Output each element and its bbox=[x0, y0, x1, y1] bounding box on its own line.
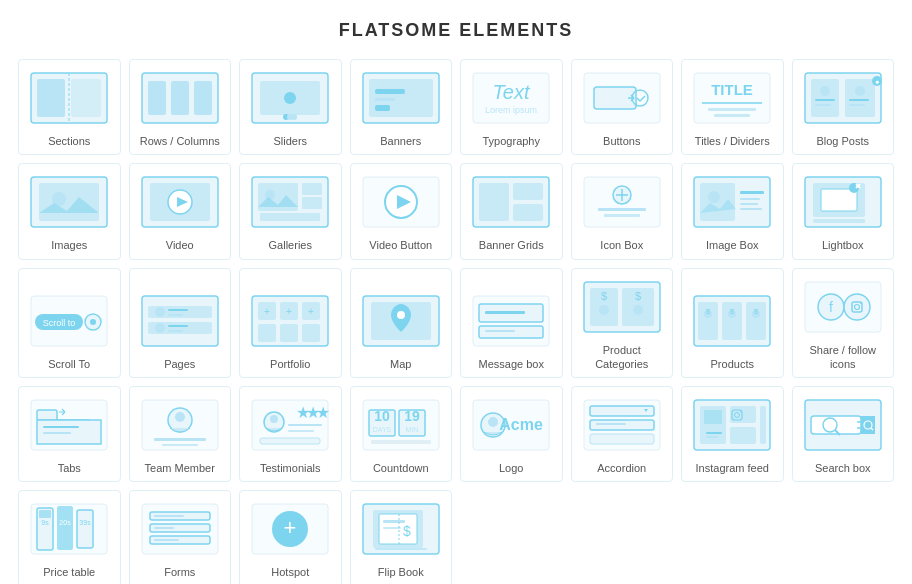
item-pages[interactable]: Pages bbox=[129, 268, 232, 379]
portfolio-icon: + + + bbox=[246, 291, 334, 351]
item-accordion[interactable]: Accordion bbox=[571, 386, 674, 482]
item-image-box[interactable]: Image Box bbox=[681, 163, 784, 259]
item-banner-grids[interactable]: Banner Grids bbox=[460, 163, 563, 259]
scroll-to-label: Scroll To bbox=[48, 357, 90, 371]
products-label: Products bbox=[711, 357, 754, 371]
svg-rect-216 bbox=[375, 548, 427, 550]
item-buttons[interactable]: Buttons bbox=[571, 59, 674, 155]
item-flip-book[interactable]: $ Flip Book bbox=[350, 490, 453, 584]
galleries-icon bbox=[246, 172, 334, 232]
svg-point-116 bbox=[599, 305, 609, 315]
item-video[interactable]: Video bbox=[129, 163, 232, 259]
logo-label: Logo bbox=[499, 461, 523, 475]
item-share-follow[interactable]: f Share / follow icons bbox=[792, 268, 895, 379]
item-search-box[interactable]: Search box bbox=[792, 386, 895, 482]
svg-point-85 bbox=[90, 319, 96, 325]
item-message-box[interactable]: Message box bbox=[460, 268, 563, 379]
svg-point-107 bbox=[397, 311, 405, 319]
item-team-member[interactable]: Team Member bbox=[129, 386, 232, 482]
svg-rect-138 bbox=[37, 410, 57, 420]
item-forms[interactable]: Forms bbox=[129, 490, 232, 584]
item-sliders[interactable]: Sliders bbox=[239, 59, 342, 155]
galleries-label: Galleries bbox=[269, 238, 312, 252]
item-countdown[interactable]: 10 DAYS 19 MIN Countdown bbox=[350, 386, 453, 482]
svg-text:+: + bbox=[284, 515, 297, 540]
item-scroll-to[interactable]: Scroll to Scroll To bbox=[18, 268, 121, 379]
portfolio-label: Portfolio bbox=[270, 357, 310, 371]
item-portfolio[interactable]: + + + Portfolio bbox=[239, 268, 342, 379]
item-product-categories[interactable]: $ $ Product Categories bbox=[571, 268, 674, 379]
svg-point-92 bbox=[155, 323, 165, 333]
svg-point-69 bbox=[708, 191, 720, 203]
svg-text:Acme: Acme bbox=[499, 416, 543, 433]
svg-rect-103 bbox=[280, 324, 298, 342]
images-label: Images bbox=[51, 238, 87, 252]
item-icon-box[interactable]: Icon Box bbox=[571, 163, 674, 259]
svg-text:$: $ bbox=[706, 307, 711, 316]
svg-rect-112 bbox=[485, 330, 515, 332]
price-table-label: Price table bbox=[43, 565, 95, 579]
item-hotspot[interactable]: + Hotspot bbox=[239, 490, 342, 584]
image-box-label: Image Box bbox=[706, 238, 759, 252]
svg-rect-52 bbox=[302, 197, 322, 209]
svg-rect-179 bbox=[706, 432, 722, 434]
forms-icon bbox=[136, 499, 224, 559]
countdown-label: Countdown bbox=[373, 461, 429, 475]
item-map[interactable]: Map bbox=[350, 268, 453, 379]
item-typography[interactable]: Text Lorem ipsum Typography bbox=[460, 59, 563, 155]
message-box-label: Message box bbox=[479, 357, 544, 371]
sliders-label: Sliders bbox=[273, 134, 307, 148]
svg-text:f: f bbox=[829, 299, 833, 315]
image-box-icon bbox=[688, 172, 776, 232]
titles-dividers-label: Titles / Dividers bbox=[695, 134, 770, 148]
svg-point-32 bbox=[820, 86, 830, 96]
svg-rect-155 bbox=[260, 438, 320, 444]
svg-text:+: + bbox=[264, 306, 270, 317]
svg-rect-6 bbox=[171, 81, 189, 115]
item-banners[interactable]: Banners bbox=[350, 59, 453, 155]
item-tabs[interactable]: Tabs bbox=[18, 386, 121, 482]
svg-rect-31 bbox=[811, 79, 839, 117]
svg-rect-197 bbox=[77, 510, 93, 548]
instagram-feed-label: Instagram feed bbox=[696, 461, 769, 475]
svg-rect-212 bbox=[383, 520, 405, 523]
item-galleries[interactable]: Galleries bbox=[239, 163, 342, 259]
item-instagram-feed[interactable]: Instagram feed bbox=[681, 386, 784, 482]
svg-rect-204 bbox=[154, 527, 174, 529]
accordion-label: Accordion bbox=[597, 461, 646, 475]
scroll-to-icon: Scroll to bbox=[25, 291, 113, 351]
svg-text:$: $ bbox=[754, 307, 759, 316]
item-sections[interactable]: Sections bbox=[18, 59, 121, 155]
svg-point-149 bbox=[270, 415, 278, 423]
item-blog-posts[interactable]: ● Blog Posts bbox=[792, 59, 895, 155]
search-box-label: Search box bbox=[815, 461, 871, 475]
svg-rect-213 bbox=[383, 527, 401, 529]
sliders-icon bbox=[246, 68, 334, 128]
svg-rect-28 bbox=[708, 108, 756, 111]
item-testimonials[interactable]: ★ ★ ★ Testimonials bbox=[239, 386, 342, 482]
forms-label: Forms bbox=[164, 565, 195, 579]
item-products[interactable]: $ $ $ Products bbox=[681, 268, 784, 379]
svg-rect-154 bbox=[288, 430, 314, 432]
icon-box-icon bbox=[578, 172, 666, 232]
item-lightbox[interactable]: Lightbox bbox=[792, 163, 895, 259]
item-video-button[interactable]: Video Button bbox=[350, 163, 453, 259]
blog-posts-icon: ● bbox=[799, 68, 887, 128]
svg-rect-145 bbox=[154, 438, 206, 441]
svg-rect-42 bbox=[39, 183, 99, 221]
svg-rect-193 bbox=[39, 510, 51, 518]
video-button-icon bbox=[357, 172, 445, 232]
item-images[interactable]: Images bbox=[18, 163, 121, 259]
banner-grids-icon bbox=[467, 172, 555, 232]
item-price-table[interactable]: 9s 20s 39s Price table bbox=[18, 490, 121, 584]
svg-point-144 bbox=[175, 412, 185, 422]
item-rows-columns[interactable]: Rows / Columns bbox=[129, 59, 232, 155]
svg-point-119 bbox=[633, 305, 643, 315]
item-titles-dividers[interactable]: TITLE Titles / Dividers bbox=[681, 59, 784, 155]
item-logo[interactable]: Acme Logo bbox=[460, 386, 563, 482]
svg-point-136 bbox=[860, 302, 862, 304]
sections-label: Sections bbox=[48, 134, 90, 148]
svg-point-166 bbox=[488, 417, 498, 427]
svg-rect-89 bbox=[168, 309, 188, 311]
svg-rect-104 bbox=[302, 324, 320, 342]
